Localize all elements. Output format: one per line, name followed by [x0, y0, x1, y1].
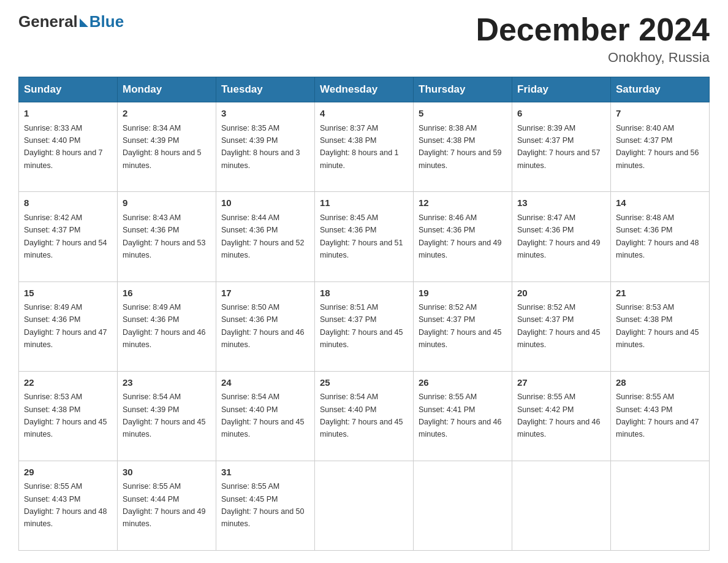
calendar-cell: 23 Sunrise: 8:54 AMSunset: 4:39 PMDaylig… [118, 371, 216, 461]
day-info: Sunrise: 8:50 AMSunset: 4:36 PMDaylight:… [221, 303, 305, 349]
day-number: 14 [616, 196, 704, 210]
calendar-cell: 31 Sunrise: 8:55 AMSunset: 4:45 PMDaylig… [216, 461, 315, 550]
day-info: Sunrise: 8:40 AMSunset: 4:37 PMDaylight:… [616, 124, 699, 170]
day-number: 5 [419, 107, 507, 121]
day-number: 18 [320, 286, 408, 301]
day-info: Sunrise: 8:34 AMSunset: 4:39 PMDaylight:… [123, 124, 202, 170]
day-info: Sunrise: 8:51 AMSunset: 4:37 PMDaylight:… [320, 303, 403, 349]
calendar-cell: 27 Sunrise: 8:55 AMSunset: 4:42 PMDaylig… [512, 371, 611, 461]
calendar-cell: 30 Sunrise: 8:55 AMSunset: 4:44 PMDaylig… [118, 461, 216, 550]
calendar-cell: 11 Sunrise: 8:45 AMSunset: 4:36 PMDaylig… [315, 192, 414, 282]
day-number: 29 [24, 465, 112, 480]
day-number: 6 [517, 107, 605, 121]
day-number: 20 [517, 286, 605, 301]
day-info: Sunrise: 8:38 AMSunset: 4:38 PMDaylight:… [419, 124, 502, 170]
day-number: 28 [616, 376, 704, 390]
day-number: 23 [123, 376, 211, 390]
day-info: Sunrise: 8:54 AMSunset: 4:40 PMDaylight:… [221, 393, 305, 439]
day-info: Sunrise: 8:54 AMSunset: 4:39 PMDaylight:… [123, 393, 206, 439]
logo-arrow-icon [80, 18, 88, 27]
calendar-cell: 22 Sunrise: 8:53 AMSunset: 4:38 PMDaylig… [19, 371, 118, 461]
title-section: December 2024 Onokhoy, Russia [476, 12, 710, 66]
day-number: 12 [419, 196, 507, 210]
logo: General Blue [18, 12, 124, 31]
day-number: 1 [24, 107, 112, 121]
calendar-cell: 8 Sunrise: 8:42 AMSunset: 4:37 PMDayligh… [19, 192, 118, 282]
day-info: Sunrise: 8:33 AMSunset: 4:40 PMDaylight:… [24, 124, 103, 170]
day-info: Sunrise: 8:55 AMSunset: 4:42 PMDaylight:… [517, 393, 601, 439]
day-info: Sunrise: 8:37 AMSunset: 4:38 PMDaylight:… [320, 124, 399, 170]
day-number: 22 [24, 376, 112, 390]
calendar-cell: 14 Sunrise: 8:48 AMSunset: 4:36 PMDaylig… [611, 192, 710, 282]
calendar-cell: 12 Sunrise: 8:46 AMSunset: 4:36 PMDaylig… [414, 192, 512, 282]
calendar-cell [414, 461, 512, 550]
calendar-cell: 29 Sunrise: 8:55 AMSunset: 4:43 PMDaylig… [19, 461, 118, 550]
logo-general-text: General [18, 12, 78, 31]
calendar-cell: 15 Sunrise: 8:49 AMSunset: 4:36 PMDaylig… [19, 282, 118, 371]
logo-blue-text: Blue [89, 12, 124, 31]
day-number: 19 [419, 286, 507, 301]
calendar-cell: 5 Sunrise: 8:38 AMSunset: 4:38 PMDayligh… [414, 102, 512, 192]
col-saturday: Saturday [611, 77, 710, 102]
day-number: 15 [24, 286, 112, 301]
calendar-cell [512, 461, 611, 550]
day-info: Sunrise: 8:55 AMSunset: 4:45 PMDaylight:… [221, 482, 305, 528]
day-info: Sunrise: 8:46 AMSunset: 4:36 PMDaylight:… [419, 213, 502, 259]
calendar-cell: 13 Sunrise: 8:47 AMSunset: 4:36 PMDaylig… [512, 192, 611, 282]
calendar-cell: 24 Sunrise: 8:54 AMSunset: 4:40 PMDaylig… [216, 371, 315, 461]
day-info: Sunrise: 8:39 AMSunset: 4:37 PMDaylight:… [517, 124, 601, 170]
calendar-cell: 1 Sunrise: 8:33 AMSunset: 4:40 PMDayligh… [19, 102, 118, 192]
day-number: 17 [221, 286, 309, 301]
calendar-cell [315, 461, 414, 550]
calendar-cell: 4 Sunrise: 8:37 AMSunset: 4:38 PMDayligh… [315, 102, 414, 192]
day-number: 11 [320, 196, 408, 210]
day-info: Sunrise: 8:49 AMSunset: 4:36 PMDaylight:… [24, 303, 107, 349]
day-number: 8 [24, 196, 112, 210]
day-number: 7 [616, 107, 704, 121]
week-row-1: 1 Sunrise: 8:33 AMSunset: 4:40 PMDayligh… [19, 102, 710, 192]
day-number: 2 [123, 107, 211, 121]
day-number: 16 [123, 286, 211, 301]
col-wednesday: Wednesday [315, 77, 414, 102]
day-number: 4 [320, 107, 408, 121]
day-info: Sunrise: 8:52 AMSunset: 4:37 PMDaylight:… [419, 303, 502, 349]
calendar-cell: 18 Sunrise: 8:51 AMSunset: 4:37 PMDaylig… [315, 282, 414, 371]
day-info: Sunrise: 8:48 AMSunset: 4:36 PMDaylight:… [616, 213, 699, 259]
day-number: 9 [123, 196, 211, 210]
day-number: 31 [221, 465, 309, 480]
calendar-cell: 7 Sunrise: 8:40 AMSunset: 4:37 PMDayligh… [611, 102, 710, 192]
day-number: 24 [221, 376, 309, 390]
location: Onokhoy, Russia [476, 50, 710, 66]
day-info: Sunrise: 8:53 AMSunset: 4:38 PMDaylight:… [24, 393, 107, 439]
day-info: Sunrise: 8:42 AMSunset: 4:37 PMDaylight:… [24, 213, 107, 259]
calendar-cell: 28 Sunrise: 8:55 AMSunset: 4:43 PMDaylig… [611, 371, 710, 461]
day-info: Sunrise: 8:52 AMSunset: 4:37 PMDaylight:… [517, 303, 601, 349]
day-info: Sunrise: 8:47 AMSunset: 4:36 PMDaylight:… [517, 213, 601, 259]
calendar-cell: 10 Sunrise: 8:44 AMSunset: 4:36 PMDaylig… [216, 192, 315, 282]
day-info: Sunrise: 8:35 AMSunset: 4:39 PMDaylight:… [221, 124, 300, 170]
day-number: 13 [517, 196, 605, 210]
page: General Blue December 2024 Onokhoy, Russ… [0, 0, 728, 563]
day-info: Sunrise: 8:49 AMSunset: 4:36 PMDaylight:… [123, 303, 206, 349]
month-title: December 2024 [476, 12, 710, 47]
day-number: 27 [517, 376, 605, 390]
day-info: Sunrise: 8:55 AMSunset: 4:43 PMDaylight:… [24, 482, 107, 528]
calendar-cell: 25 Sunrise: 8:54 AMSunset: 4:40 PMDaylig… [315, 371, 414, 461]
calendar-cell: 19 Sunrise: 8:52 AMSunset: 4:37 PMDaylig… [414, 282, 512, 371]
calendar-cell: 26 Sunrise: 8:55 AMSunset: 4:41 PMDaylig… [414, 371, 512, 461]
day-number: 26 [419, 376, 507, 390]
day-info: Sunrise: 8:54 AMSunset: 4:40 PMDaylight:… [320, 393, 403, 439]
day-info: Sunrise: 8:55 AMSunset: 4:43 PMDaylight:… [616, 393, 699, 439]
col-friday: Friday [512, 77, 611, 102]
week-row-4: 22 Sunrise: 8:53 AMSunset: 4:38 PMDaylig… [19, 371, 710, 461]
calendar-cell: 20 Sunrise: 8:52 AMSunset: 4:37 PMDaylig… [512, 282, 611, 371]
calendar-header-row: Sunday Monday Tuesday Wednesday Thursday… [19, 77, 710, 102]
calendar-cell: 16 Sunrise: 8:49 AMSunset: 4:36 PMDaylig… [118, 282, 216, 371]
day-number: 3 [221, 107, 309, 121]
week-row-5: 29 Sunrise: 8:55 AMSunset: 4:43 PMDaylig… [19, 461, 710, 550]
col-sunday: Sunday [19, 77, 118, 102]
day-number: 21 [616, 286, 704, 301]
day-number: 25 [320, 376, 408, 390]
calendar-cell: 6 Sunrise: 8:39 AMSunset: 4:37 PMDayligh… [512, 102, 611, 192]
calendar-cell: 2 Sunrise: 8:34 AMSunset: 4:39 PMDayligh… [118, 102, 216, 192]
